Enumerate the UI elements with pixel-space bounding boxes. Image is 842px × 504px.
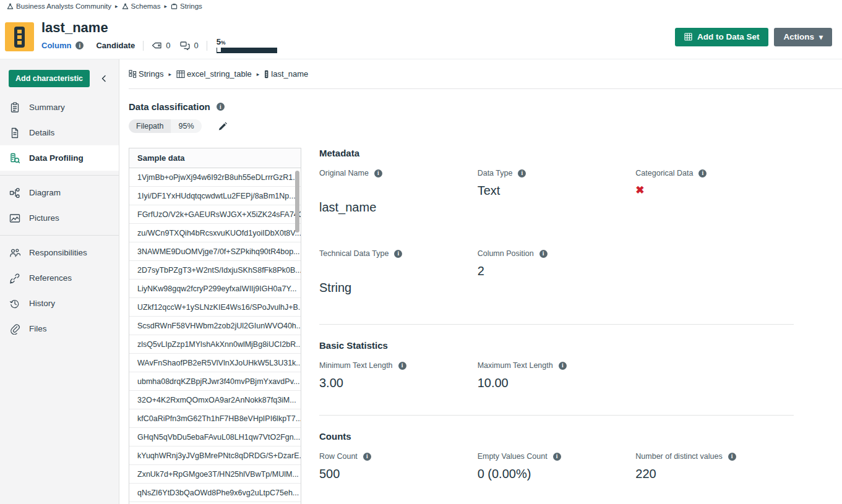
- comments-icon: [180, 41, 190, 50]
- sidebar-item-diagram[interactable]: Diagram: [0, 180, 119, 205]
- divider: [319, 324, 794, 325]
- sidebar-item-history[interactable]: History: [0, 291, 119, 316]
- people-icon: [9, 247, 20, 258]
- chevron-down-icon: [819, 32, 823, 41]
- breadcrumb-community-link[interactable]: Business Analysts Community: [7, 2, 111, 10]
- divider: [0, 235, 119, 236]
- sample-data-row: 3NAWME9DuOMVjge7/0f+SZPkihq90tR4bop...: [129, 242, 301, 261]
- breadcrumb-schema-link[interactable]: Strings: [129, 69, 163, 79]
- info-icon[interactable]: [363, 453, 371, 461]
- document-icon: [9, 127, 20, 139]
- info-icon[interactable]: [394, 250, 402, 258]
- sample-data-row: 1VjmBb+oPjwXj94w6I92rB8uh55eDLrrrGzR1...: [129, 168, 301, 187]
- breadcrumb-column-link[interactable]: last_name: [264, 69, 308, 79]
- divider: [207, 41, 207, 51]
- breadcrumb-table-link[interactable]: excel_string_table: [176, 69, 252, 79]
- basic-statistics-section: Basic Statistics Minimum Text Length 3.0…: [319, 340, 794, 390]
- table-icon: [176, 70, 185, 79]
- sidebar-item-label: Details: [29, 128, 54, 137]
- sample-data-row: ubmha08drqKZBpjRJwr3f40mvPBjmYxavdPv...: [129, 372, 301, 391]
- classification-tag[interactable]: Filepath 95%: [129, 119, 202, 133]
- field-empty: [635, 249, 794, 324]
- sidebar-item-label: Files: [29, 324, 47, 333]
- column-icon: [264, 70, 269, 79]
- info-icon[interactable]: [539, 250, 548, 258]
- comments-counter[interactable]: 0: [180, 41, 198, 50]
- add-to-dataset-button[interactable]: Add to Data Set: [675, 28, 769, 46]
- divider: [0, 175, 119, 176]
- sidebar-item-files[interactable]: Files: [0, 316, 119, 341]
- asset-type-link[interactable]: Column: [41, 41, 71, 50]
- sidebar-item-summary[interactable]: Summary: [0, 95, 119, 120]
- sidebar-item-label: References: [29, 273, 72, 283]
- info-icon[interactable]: [698, 169, 707, 177]
- sidebar-item-label: Summary: [29, 103, 65, 112]
- field-value: 3.00: [319, 376, 478, 390]
- pictures-icon: [9, 213, 20, 224]
- field-value: 220: [635, 467, 794, 481]
- info-icon[interactable]: [217, 103, 225, 111]
- edit-classification-button[interactable]: [218, 122, 227, 131]
- asset-header: last_name Column Candidate 0 0: [0, 12, 842, 59]
- profiling-details: Metadata Original Name last_name Data Ty…: [319, 148, 794, 504]
- sidebar-item-data-profiling[interactable]: Data Profiling: [0, 145, 119, 171]
- community-icon: [122, 3, 129, 10]
- completeness-bar: [217, 48, 277, 53]
- sample-data-row: ScsdRWnF58VHWbm2zob2jUl2GIunWVO40h...: [129, 317, 301, 335]
- sidebar-item-responsibilities[interactable]: Responsibilities: [0, 240, 119, 265]
- add-characteristic-button[interactable]: Add characteristic: [9, 70, 90, 87]
- breadcrumb-caret-icon: [257, 71, 260, 77]
- field-categorical-data: Categorical Data: [635, 169, 794, 249]
- metadata-section: Metadata Original Name last_name Data Ty…: [319, 148, 794, 324]
- scrollbar-thumb[interactable]: [295, 171, 299, 233]
- sidebar-item-label: Responsibilities: [29, 248, 87, 257]
- completeness-unit: %: [221, 40, 226, 46]
- field-value: 0 (0.00%): [478, 467, 636, 481]
- field-minimum-text-length: Minimum Text Length 3.00: [319, 361, 478, 390]
- main-content: Strings excel_string_table last_name: [119, 59, 842, 504]
- sidebar: Add characteristic Summary Details: [0, 59, 119, 504]
- asset-breadcrumb: Strings excel_string_table last_name: [129, 59, 842, 89]
- sample-data-row: ZxnUk7d+RpGMgoe3T/HN25hlVBwTp/MUlM...: [129, 465, 301, 484]
- sidebar-item-label: History: [29, 299, 55, 308]
- sample-data-row: qNsZI6YtD3bQaOWd8Phe9x6vg2uLtpC75eh...: [129, 484, 301, 502]
- dataset-grid-icon: [684, 33, 692, 41]
- breadcrumb-label: Business Analysts Community: [16, 2, 111, 10]
- breadcrumb-label: Schemas: [131, 2, 161, 10]
- info-icon[interactable]: [559, 362, 567, 370]
- info-icon[interactable]: [398, 362, 406, 370]
- sidebar-item-label: Data Profiling: [29, 153, 84, 163]
- info-icon[interactable]: [374, 169, 382, 177]
- sidebar-item-pictures[interactable]: Pictures: [0, 205, 119, 231]
- sample-data-row: GHqN5qVbDu5ebaFAvuL08LH1qw7VtO2Fgn...: [129, 428, 301, 446]
- info-icon[interactable]: [518, 169, 526, 177]
- field-technical-data-type: Technical Data Type String: [319, 249, 478, 324]
- field-value: 2: [478, 264, 636, 278]
- sample-data-row: 1Iyi/DF1YxHUdqtqcwdwtLu2FEPj/8aBm1Np...: [129, 187, 301, 205]
- sidebar-item-label: Diagram: [29, 188, 61, 197]
- section-heading: Data classification: [129, 101, 210, 112]
- divider: [143, 41, 144, 51]
- sample-data-panel: Sample data 1VjmBb+oPjwXj94w6I92rB8uh55e…: [129, 148, 301, 504]
- info-icon[interactable]: [728, 453, 736, 461]
- tags-counter[interactable]: 0: [152, 41, 170, 50]
- counts-section: Counts Row Count 500 Empty Values Count …: [319, 431, 794, 481]
- breadcrumb-caret-icon: [168, 71, 171, 77]
- field-row-count: Row Count 500: [319, 452, 478, 481]
- divider: [319, 415, 794, 416]
- chevron-left-icon[interactable]: [100, 74, 108, 83]
- breadcrumb-strings-link[interactable]: Strings: [171, 2, 202, 10]
- info-icon[interactable]: [553, 453, 561, 461]
- field-value: String: [319, 281, 478, 295]
- completeness-value: 5: [217, 37, 221, 46]
- sidebar-item-details[interactable]: Details: [0, 120, 119, 145]
- references-icon: [9, 273, 20, 284]
- field-value: Text: [478, 184, 636, 198]
- history-icon: [9, 298, 20, 309]
- community-icon: [7, 3, 14, 10]
- sidebar-item-references[interactable]: References: [0, 265, 119, 291]
- info-icon[interactable]: [75, 41, 84, 49]
- field-empty: [635, 361, 794, 390]
- actions-button[interactable]: Actions: [774, 28, 832, 46]
- breadcrumb-schemas-link[interactable]: Schemas: [122, 2, 161, 10]
